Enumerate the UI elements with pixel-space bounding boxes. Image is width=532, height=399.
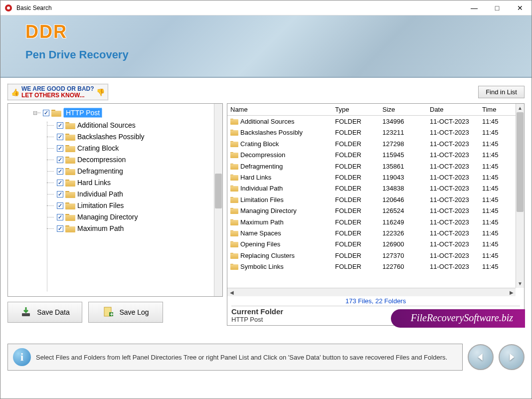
checkbox[interactable]: [57, 168, 63, 175]
cell-name: Individual Path: [240, 185, 283, 192]
column-size[interactable]: Size: [379, 104, 427, 115]
checkbox[interactable]: [57, 122, 63, 129]
tree-node[interactable]: Decompression: [57, 156, 211, 164]
maximize-button[interactable]: □: [486, 0, 509, 15]
cell-time: 11:45: [479, 261, 504, 272]
list-item[interactable]: Additional SourcesFOLDER13499611-OCT-202…: [227, 116, 516, 127]
cell-date: 11-OCT-2023: [427, 149, 479, 161]
cell-type: FOLDER: [332, 161, 379, 172]
list-item[interactable]: Limitation FilesFOLDER12064611-OCT-20231…: [227, 194, 516, 205]
cell-type: FOLDER: [332, 138, 379, 150]
hint-text: Select Files and Folders from left Panel…: [36, 354, 447, 361]
expand-toggle-icon[interactable]: ⊟┈: [33, 110, 41, 116]
tree-node[interactable]: Maximum Path: [57, 224, 211, 232]
checkbox[interactable]: [57, 202, 63, 209]
folder-icon: [65, 121, 75, 129]
list-header: Name Type Size Date Time: [227, 104, 516, 116]
back-button[interactable]: [468, 344, 494, 370]
cell-date: 11-OCT-2023: [427, 127, 479, 138]
scrollbar-thumb[interactable]: [517, 112, 524, 212]
list-item[interactable]: Individual PathFOLDER13483811-OCT-202311…: [227, 183, 516, 194]
list-item[interactable]: Replacing ClustersFOLDER12737011-OCT-202…: [227, 250, 516, 261]
tree-node[interactable]: Managing Directory: [57, 213, 211, 221]
checkbox[interactable]: [57, 214, 63, 220]
list-item[interactable]: Opening FilesFOLDER12690011-OCT-202311:4…: [227, 239, 516, 250]
list-item[interactable]: Symbolic LinksFOLDER12276011-OCT-202311:…: [227, 261, 516, 272]
cell-size: 134838: [379, 183, 427, 194]
save-data-icon: [20, 306, 32, 318]
save-data-button[interactable]: Save Data: [7, 302, 82, 323]
list-item[interactable]: Maximum PathFOLDER11624911-OCT-202311:45: [227, 216, 516, 227]
tree-scrollbar[interactable]: [214, 104, 222, 296]
tree-node-label: Additional Sources: [77, 121, 136, 129]
list-item[interactable]: Hard LinksFOLDER11904311-OCT-202311:45: [227, 172, 516, 183]
column-type[interactable]: Type: [332, 104, 379, 115]
list-scrollbar-vertical[interactable]: ▲ ▼: [516, 104, 524, 288]
tree-root-node[interactable]: ⊟┈ HTTP Post: [33, 108, 211, 118]
checkbox[interactable]: [57, 145, 63, 152]
folder-icon: [230, 241, 238, 247]
tree-node[interactable]: Individual Path: [57, 190, 211, 198]
tree-node-label: Hard Links: [77, 179, 111, 187]
list-item[interactable]: Name SpacesFOLDER12232611-OCT-202311:45: [227, 227, 516, 238]
column-name[interactable]: Name: [227, 104, 332, 115]
find-in-list-button[interactable]: Find in List: [478, 86, 525, 98]
svg-point-1: [7, 6, 10, 9]
forward-button[interactable]: [499, 344, 525, 370]
close-button[interactable]: ✕: [509, 0, 532, 15]
list-item[interactable]: DecompressionFOLDER11594511-OCT-202311:4…: [227, 150, 516, 161]
list-item[interactable]: Managing DirectoryFOLDER12652411-OCT-202…: [227, 205, 516, 216]
feedback-link[interactable]: 👍 WE ARE GOOD OR BAD? LET OTHERS KNOW...…: [7, 84, 108, 100]
checkbox[interactable]: [57, 157, 63, 163]
cell-time: 11:45: [479, 194, 504, 205]
scroll-left-icon[interactable]: ◀: [227, 288, 236, 296]
cell-size: 123211: [379, 127, 427, 138]
minimize-button[interactable]: —: [463, 0, 486, 15]
checkbox[interactable]: [43, 110, 49, 116]
column-date[interactable]: Date: [427, 104, 479, 115]
banner: DDR Pen Drive Recovery: [0, 15, 532, 78]
cell-time: 11:45: [479, 149, 504, 161]
cell-name: Hard Links: [240, 174, 271, 181]
checkbox[interactable]: [57, 134, 63, 140]
cell-name: Opening Files: [240, 240, 280, 248]
tree-node-label: Crating Block: [77, 144, 119, 152]
save-data-label: Save Data: [37, 308, 69, 316]
tree-node[interactable]: Defragmenting: [57, 167, 211, 175]
cell-time: 11:45: [479, 127, 504, 138]
save-log-button[interactable]: Save Log: [88, 302, 163, 323]
status-panel: 173 Files, 22 Folders Current Folder HTT…: [227, 296, 525, 326]
cell-name: Backslashes Possibly: [240, 129, 303, 136]
scroll-right-icon[interactable]: ▶: [507, 288, 516, 296]
cell-size: 127370: [379, 250, 427, 261]
cell-type: FOLDER: [332, 261, 379, 272]
cell-type: FOLDER: [332, 227, 379, 239]
cell-name: Name Spaces: [240, 229, 281, 237]
scroll-up-icon[interactable]: ▲: [516, 104, 524, 112]
list-item[interactable]: Crating BlockFOLDER12729811-OCT-202311:4…: [227, 138, 516, 149]
list-item[interactable]: DefragmentingFOLDER13586111-OCT-202311:4…: [227, 161, 516, 172]
save-log-label: Save Log: [119, 308, 149, 316]
folder-icon: [65, 133, 75, 141]
column-time[interactable]: Time: [479, 104, 504, 115]
tree-node[interactable]: Limitation Files: [57, 201, 211, 209]
cell-time: 11:45: [479, 227, 504, 239]
scroll-down-icon[interactable]: ▼: [516, 279, 524, 288]
folder-icon: [230, 252, 238, 259]
list-scrollbar-horizontal[interactable]: ◀ ▶: [227, 288, 516, 296]
cell-time: 11:45: [479, 216, 504, 228]
checkbox[interactable]: [57, 225, 63, 232]
tree-node[interactable]: Hard Links: [57, 179, 211, 187]
cell-date: 11-OCT-2023: [427, 227, 479, 239]
scrollbar-thumb[interactable]: [215, 174, 222, 208]
checkbox[interactable]: [57, 180, 63, 186]
tree-node[interactable]: Backslashes Possibly: [57, 133, 211, 141]
cell-name: Decompression: [240, 151, 285, 159]
tree-node[interactable]: Crating Block: [57, 144, 211, 152]
folder-icon: [65, 201, 75, 209]
cell-type: FOLDER: [332, 238, 379, 250]
tree-node[interactable]: Additional Sources: [57, 121, 211, 129]
checkbox[interactable]: [57, 191, 63, 198]
tree-panel: ⊟┈ HTTP Post Additional SourcesBackslash…: [7, 103, 223, 297]
list-item[interactable]: Backslashes PossiblyFOLDER12321111-OCT-2…: [227, 127, 516, 138]
